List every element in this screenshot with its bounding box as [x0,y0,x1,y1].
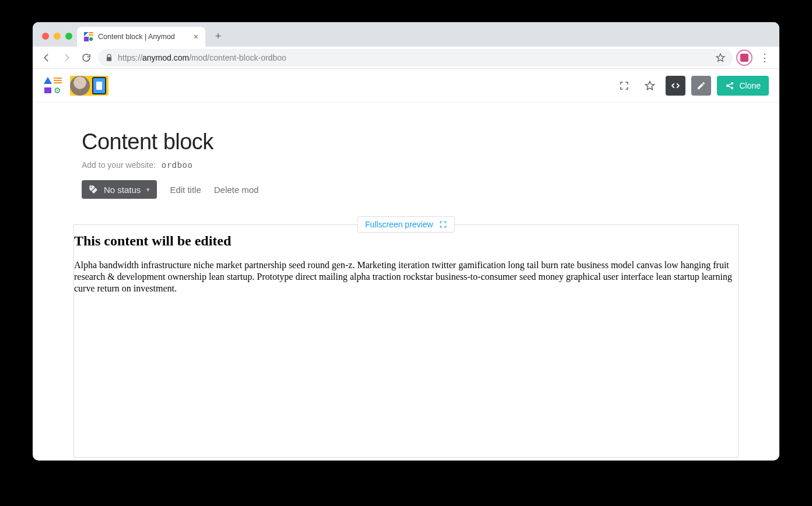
edit-title-link[interactable]: Edit title [170,185,201,195]
page-title: Content block [82,129,730,154]
extension-icon[interactable] [736,50,752,66]
browser-window: Content block | Anymod × + https://anymo… [33,22,779,461]
logo-square-icon [44,87,51,93]
page-content: Content block Add to your website: ordbo… [33,103,779,458]
tag-icon [89,185,98,194]
star-icon[interactable] [640,76,660,96]
tab-bar: Content block | Anymod × + [33,22,779,47]
avatar [70,76,90,96]
svg-point-0 [727,85,729,86]
status-label: No status [104,185,141,195]
edit-button[interactable] [691,76,711,96]
address-bar: https://anymod.com/mod/content-block-ord… [33,47,779,69]
preview-heading: This content will be edited [74,233,738,249]
url-input[interactable]: https://anymod.com/mod/content-block-ord… [98,49,733,66]
bookmark-star-icon[interactable] [715,52,726,63]
window-controls [38,33,77,47]
fullscreen-preview-button[interactable]: Fullscreen preview [358,216,455,233]
clone-button[interactable]: Clone [717,76,769,96]
logo-gear-icon: ⚙ [54,86,61,95]
close-window-button[interactable] [42,33,49,40]
preview-area: Fullscreen preview This content will be … [74,224,738,458]
share-icon [725,81,734,90]
app-logo[interactable]: ⚙ [43,76,62,95]
fullscreen-icon[interactable] [614,76,634,96]
clone-button-label: Clone [739,81,761,90]
preview-body: Alpha bandwidth infrastructure niche mar… [74,259,738,294]
chevron-down-icon: ▾ [146,186,150,194]
code-button[interactable] [666,76,685,96]
account-switcher[interactable] [70,76,108,96]
tab-title: Content block | Anymod [98,33,175,41]
browser-menu-button[interactable]: ⋮ [756,51,774,64]
nav-forward-button[interactable] [58,50,75,66]
expand-icon [439,220,447,229]
logo-triangle-icon [44,77,52,84]
browser-tab[interactable]: Content block | Anymod × [77,27,205,47]
tab-close-button[interactable]: × [194,33,198,41]
svg-point-2 [732,87,733,89]
minimize-window-button[interactable] [54,33,61,40]
subtitle: Add to your website: ordboo [82,160,730,170]
delete-mod-link[interactable]: Delete mod [214,185,259,195]
logo-bars-icon [54,78,62,83]
fullscreen-preview-label: Fullscreen preview [365,220,433,229]
preview-frame: This content will be edited Alpha bandwi… [74,224,738,458]
project-icon [92,77,106,94]
app-header: ⚙ Clone [33,69,779,103]
lock-icon [105,54,113,62]
subtitle-label: Add to your website: [82,160,156,170]
url-text: https://anymod.com/mod/content-block-ord… [118,53,286,62]
nav-back-button[interactable] [38,50,55,66]
maximize-window-button[interactable] [65,33,72,40]
svg-point-1 [732,82,733,84]
tab-favicon [84,32,93,41]
new-tab-button[interactable]: + [210,28,226,44]
mod-id: ordboo [162,160,193,170]
status-dropdown[interactable]: No status ▾ [82,180,157,199]
nav-reload-button[interactable] [78,50,94,66]
